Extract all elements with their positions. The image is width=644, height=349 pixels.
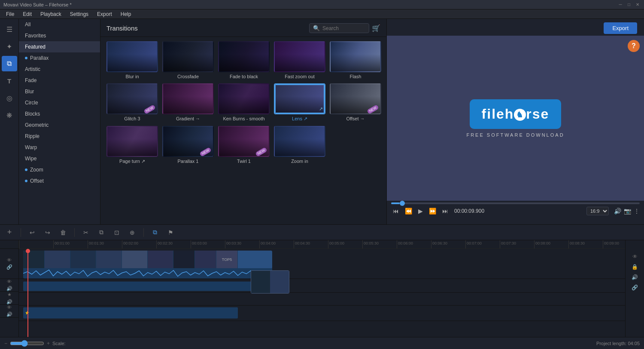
transition-lens[interactable]: ↗ Lens ↗ <box>274 83 325 122</box>
menu-help[interactable]: Help <box>116 10 136 18</box>
add-track-btn[interactable]: + <box>3 227 15 239</box>
split-btn[interactable]: ⊕ <box>126 227 138 239</box>
cut-btn[interactable]: ✂ <box>80 227 92 239</box>
scale-minus-icon[interactable]: − <box>4 340 7 346</box>
transition-fade-to-black[interactable]: Fade to black <box>218 41 270 79</box>
panel-item-blocks[interactable]: Blocks <box>19 108 100 119</box>
aspect-ratio-select[interactable]: 16:9 4:3 1:1 <box>586 207 609 215</box>
more-options-icon[interactable]: ⋮ <box>634 208 640 214</box>
track-eye-btn[interactable]: 👁 <box>631 252 639 261</box>
sidebar-media-btn[interactable]: ☰ <box>2 21 17 37</box>
export-button[interactable]: Export <box>604 22 637 34</box>
transition-gradient[interactable]: Gradient → <box>162 83 214 122</box>
video-track-controls: 👁 🔗 <box>0 249 18 279</box>
panel-item-favorites[interactable]: Favorites <box>19 30 100 41</box>
transition-page-turn[interactable]: Page turn ↗ <box>106 126 158 164</box>
markers-btn[interactable]: ⚑ <box>164 227 176 239</box>
minimize-btn[interactable]: ─ <box>617 2 623 8</box>
cart-icon[interactable]: 🛒 <box>372 24 380 32</box>
audio-clip-1[interactable] <box>23 282 272 291</box>
step-back-btn[interactable]: ⏪ <box>403 207 414 215</box>
search-icon: 🔍 <box>313 25 320 31</box>
panel-item-all[interactable]: All <box>19 19 100 30</box>
audio-eye-icon[interactable]: 👁 <box>6 278 12 285</box>
panel-item-zoom[interactable]: Zoom <box>19 164 100 175</box>
transition-crossfade[interactable]: Crossfade <box>162 41 214 79</box>
transition-offset[interactable]: NEW Offset → <box>330 83 381 122</box>
menu-settings[interactable]: Settings <box>66 10 93 18</box>
transitions-mode-btn[interactable]: ⧉ <box>149 227 161 239</box>
track-lock-btn[interactable]: 🔒 <box>630 263 639 271</box>
seek-bar[interactable] <box>391 202 640 204</box>
panel-item-wipe[interactable]: Wipe <box>19 153 100 164</box>
screenshot-icon[interactable]: 📷 <box>624 208 631 214</box>
transition-glitch-3[interactable]: NEW Glitch 3 <box>106 83 158 122</box>
ruler-mark-5: 00:03:00 <box>191 240 207 248</box>
panel-item-offset[interactable]: Offset <box>19 175 100 187</box>
toolbar-separator-2 <box>74 228 75 237</box>
panel-item-parallax[interactable]: Parallax <box>19 52 100 64</box>
panel-item-blur[interactable]: Blur <box>19 86 100 97</box>
menu-edit[interactable]: Edit <box>18 10 36 18</box>
star-icon[interactable]: ★ <box>6 291 12 298</box>
transition-zoom-in[interactable]: Zoom in <box>274 126 325 164</box>
transition-blur-in[interactable]: Blur in <box>106 41 158 79</box>
skip-start-btn[interactable]: ⏮ <box>391 207 401 215</box>
menu-file[interactable]: File <box>2 10 18 18</box>
redo-btn[interactable]: ↪ <box>42 227 54 239</box>
scale-slider[interactable] <box>10 340 44 347</box>
transitions-area: Transitions 🔍 🛒 Blur in <box>100 19 386 224</box>
subtitle-eye-icon[interactable]: 👁 <box>6 304 12 311</box>
sidebar-filters-btn[interactable]: ◎ <box>2 90 17 106</box>
panel-item-artistic[interactable]: Artistic <box>19 64 100 75</box>
ruler-mark-10: 00:05:30 <box>362 240 379 248</box>
transition-ken-burns[interactable]: Ken Burns - smooth <box>218 83 270 122</box>
app-title: Movavi Video Suite – Filehorse * <box>3 2 72 7</box>
maximize-btn[interactable]: □ <box>626 2 632 8</box>
category-panel: All Favorites Featured Parallax Artistic… <box>19 19 100 224</box>
subtitle-vol-icon[interactable]: 🔊 <box>6 311 13 318</box>
video-clip[interactable]: TOP5 <box>23 251 272 269</box>
undo-btn[interactable]: ↩ <box>26 227 38 239</box>
close-btn[interactable]: ✕ <box>635 2 641 8</box>
ruler-mark-9: 00:05:00 <box>328 240 344 248</box>
seek-handle[interactable] <box>400 201 405 206</box>
transition-parallax-1[interactable]: NEW Parallax 1 <box>162 126 214 164</box>
panel-item-ripple[interactable]: Ripple <box>19 131 100 142</box>
transition-twirl-1[interactable]: NEW Twirl 1 <box>218 126 270 164</box>
transition-flash[interactable]: Flash <box>330 41 381 79</box>
sidebar-stickers-btn[interactable]: ❋ <box>2 107 17 123</box>
volume-icon[interactable]: 🔊 <box>614 208 621 214</box>
panel-item-warp[interactable]: Warp <box>19 142 100 153</box>
panel-item-fade[interactable]: Fade <box>19 75 100 86</box>
eye-icon[interactable]: 👁 <box>6 257 12 263</box>
scale-plus-icon[interactable]: + <box>47 340 50 346</box>
panel-item-circle[interactable]: Circle <box>19 97 100 108</box>
ruler-mark-0 <box>19 240 20 248</box>
subtitle-clip[interactable]: ★ <box>23 307 238 318</box>
panel-item-featured[interactable]: Featured <box>19 41 100 52</box>
copy-btn[interactable]: ⧉ <box>95 227 107 239</box>
sidebar-titles-btn[interactable]: T <box>2 73 17 89</box>
skip-end-btn[interactable]: ⏭ <box>440 207 450 215</box>
delete-btn[interactable]: 🗑 <box>57 227 69 239</box>
preview-panel: Export ? fileh♞rse FREE SOFTWARE DOWNLOA… <box>386 19 644 224</box>
panel-item-geometric[interactable]: Geometric <box>19 119 100 131</box>
sidebar-transitions-btn[interactable]: ⧉ <box>2 56 17 71</box>
help-button[interactable]: ? <box>628 40 640 52</box>
search-area: 🔍 🛒 <box>309 23 380 33</box>
trim-btn[interactable]: ⊡ <box>111 227 123 239</box>
step-forward-btn[interactable]: ⏩ <box>427 207 438 215</box>
track-vol-btn[interactable]: 🔊 <box>630 273 639 282</box>
sidebar-effects-btn[interactable]: ✦ <box>2 39 17 54</box>
search-input[interactable] <box>322 25 365 31</box>
audio-link-icon[interactable]: 🔗 <box>6 263 13 271</box>
menu-export[interactable]: Export <box>93 10 116 18</box>
menu-playback[interactable]: Playback <box>36 10 66 18</box>
transition-fast-zoom-out[interactable]: Fast zoom out <box>274 41 325 79</box>
arrow-badge: ↗ <box>319 106 323 112</box>
track-link-btn[interactable]: 🔗 <box>630 283 639 292</box>
playhead[interactable] <box>27 249 28 337</box>
transitions-header: Transitions 🔍 🛒 <box>100 19 386 37</box>
play-btn[interactable]: ▶ <box>416 207 425 215</box>
